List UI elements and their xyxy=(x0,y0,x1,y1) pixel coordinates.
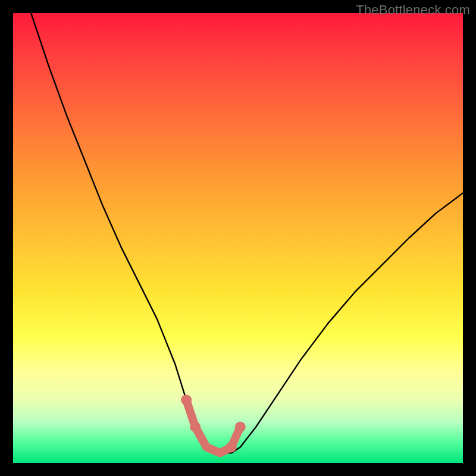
chart-frame: TheBottleneck.com xyxy=(0,0,476,476)
chart-svg xyxy=(13,13,463,463)
bottleneck-curve-line xyxy=(31,13,463,453)
optimal-marker xyxy=(190,422,201,433)
optimal-marker xyxy=(181,394,192,405)
watermark-text: TheBottleneck.com xyxy=(356,2,470,18)
optimal-marker xyxy=(235,422,246,433)
optimal-marker xyxy=(226,442,237,453)
chart-plot-area xyxy=(13,13,463,463)
